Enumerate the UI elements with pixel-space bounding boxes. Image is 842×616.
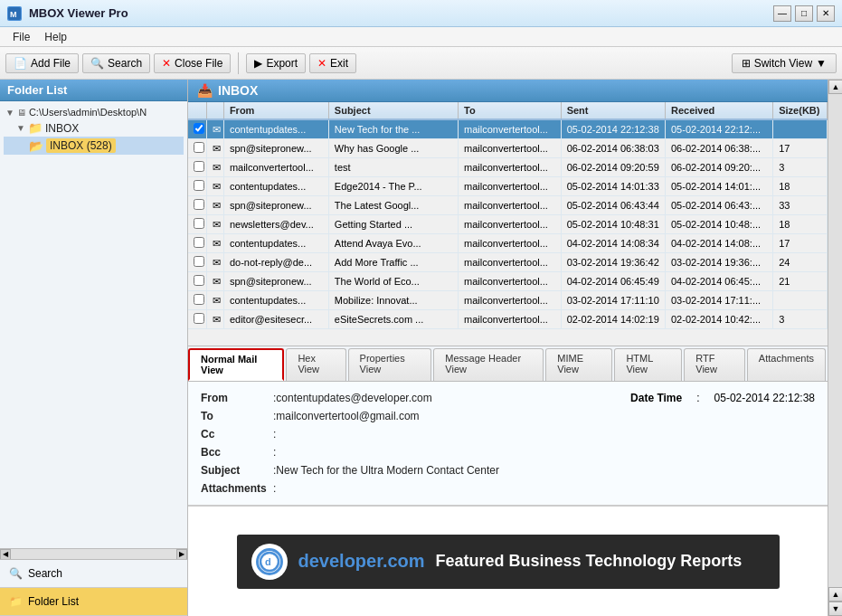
row-checkbox-cell[interactable] <box>188 196 207 215</box>
banner-site-name: developer.com <box>298 551 425 572</box>
row-checkbox-cell[interactable] <box>188 234 207 253</box>
row-subject: Add More Traffic ... <box>328 253 458 272</box>
tab-html-view[interactable]: HTML View <box>614 348 682 381</box>
expand-icon: ▼ <box>5 108 14 118</box>
row-checkbox[interactable] <box>194 142 204 153</box>
minimize-button[interactable]: — <box>773 5 791 22</box>
table-row[interactable]: ✉ spn@sitepronew... The Latest Googl... … <box>188 196 828 215</box>
folder-list-panel-button[interactable]: 📁 Folder List <box>0 588 187 616</box>
row-checkbox-cell[interactable] <box>188 119 207 139</box>
row-sent: 05-02-2014 10:48:31 <box>561 215 665 234</box>
search-button[interactable]: 🔍 Search <box>82 53 150 73</box>
export-label: Export <box>266 57 298 70</box>
tab-hex-view[interactable]: Hex View <box>286 348 345 381</box>
table-row[interactable]: ✉ contentupdates... Mobilize: Innovat...… <box>188 291 828 310</box>
close-button[interactable]: ✕ <box>817 5 835 22</box>
email-table-container[interactable]: From Subject To Sent Received Size(KB) ✉… <box>188 102 828 346</box>
maximize-button[interactable]: □ <box>795 5 813 22</box>
horizontal-scrollbar[interactable]: ◀ ▶ <box>0 548 187 559</box>
row-to: mailconvertertool... <box>459 177 562 196</box>
tab-mime-view[interactable]: MIME View <box>545 348 612 381</box>
row-to: mailconvertertool... <box>459 158 562 177</box>
tab-attachments[interactable]: Attachments <box>747 348 826 381</box>
tree-item-inbox-parent[interactable]: ▼ 📁 INBOX <box>4 119 184 137</box>
mail-header-subject-row: Subject : New Tech for the Ultra Modern … <box>201 461 815 479</box>
col-header-subject[interactable]: Subject <box>328 102 458 119</box>
envelope-icon: ✉ <box>213 124 221 135</box>
row-checkbox[interactable] <box>194 161 204 172</box>
row-checkbox[interactable] <box>194 275 204 286</box>
tree-item-inbox[interactable]: 📂 INBOX (528) <box>4 137 184 155</box>
table-row[interactable]: ✉ contentupdates... Edge2014 - The P... … <box>188 177 828 196</box>
subject-value: New Tech for the Ultra Modern Contact Ce… <box>276 464 499 477</box>
table-row[interactable]: ✉ spn@sitepronew... The World of Eco... … <box>188 272 828 291</box>
row-checkbox[interactable] <box>194 294 204 305</box>
table-row[interactable]: ✉ do-not-reply@de... Add More Traffic ..… <box>188 253 828 272</box>
menu-help[interactable]: Help <box>37 29 74 45</box>
row-checkbox-cell[interactable] <box>188 139 207 158</box>
inbox-icon: 📥 <box>197 83 213 98</box>
col-header-from[interactable]: From <box>223 102 328 119</box>
scroll-down-button[interactable]: ▲ <box>828 587 842 602</box>
table-row[interactable]: ✉ contentupdates... New Tech for the ...… <box>188 119 828 139</box>
tab-rtf-view[interactable]: RTF View <box>684 348 745 381</box>
switch-view-arrow: ▼ <box>816 57 827 70</box>
right-scrollbar[interactable]: ▲ ▲ ▼ <box>828 80 842 616</box>
row-from: mailconvertertool... <box>223 158 328 177</box>
col-header-to[interactable]: To <box>459 102 562 119</box>
scroll-track-vertical[interactable] <box>828 94 842 587</box>
tab-message-header-view[interactable]: Message Header View <box>433 348 544 381</box>
col-header-received[interactable]: Received <box>666 102 773 119</box>
envelope-icon: ✉ <box>213 314 221 325</box>
row-size <box>773 291 828 310</box>
row-from: editor@esitesecr... <box>223 310 328 329</box>
scroll-up-button[interactable]: ▲ <box>828 80 842 94</box>
mail-headers: From : contentupdates@developer.com Date… <box>188 382 828 506</box>
menu-file[interactable]: File <box>5 29 37 45</box>
row-checkbox-cell[interactable] <box>188 253 207 272</box>
row-checkbox-cell[interactable] <box>188 291 207 310</box>
row-checkbox[interactable] <box>194 313 204 324</box>
row-size: 17 <box>773 139 828 158</box>
export-button[interactable]: ▶ Export <box>246 53 306 73</box>
tab-normal-mail-view[interactable]: Normal Mail View <box>188 348 284 381</box>
tab-properties-view[interactable]: Properties View <box>348 348 432 381</box>
row-checkbox-cell[interactable] <box>188 177 207 196</box>
row-checkbox[interactable] <box>194 237 204 248</box>
table-row[interactable]: ✉ contentupdates... Attend Avaya Evo... … <box>188 234 828 253</box>
switch-view-button[interactable]: ⊞ Switch View ▼ <box>732 53 837 73</box>
col-header-sent[interactable]: Sent <box>561 102 665 119</box>
close-file-button[interactable]: ✕ Close File <box>154 53 231 73</box>
row-subject: Getting Started ... <box>328 215 458 234</box>
envelope-icon: ✉ <box>213 219 221 230</box>
row-checkbox[interactable] <box>194 199 204 210</box>
app-icon: M <box>7 6 22 21</box>
scroll-down-button-2[interactable]: ▼ <box>828 602 842 616</box>
row-checkbox[interactable] <box>194 256 204 267</box>
tree-item-drive[interactable]: ▼ 🖥 C:\Users\admin\Desktop\Nisl <box>4 105 184 119</box>
row-checkbox[interactable] <box>194 123 204 134</box>
row-checkbox[interactable] <box>194 218 204 229</box>
table-row[interactable]: ✉ editor@esitesecr... eSiteSecrets.com .… <box>188 310 828 329</box>
table-row[interactable]: ✉ newsletters@dev... Getting Started ...… <box>188 215 828 234</box>
scroll-right-button[interactable]: ▶ <box>176 549 187 560</box>
scroll-track[interactable] <box>11 549 176 559</box>
exit-button[interactable]: ✕ Exit <box>309 53 356 73</box>
row-checkbox-cell[interactable] <box>188 310 207 329</box>
row-subject: test <box>328 158 458 177</box>
search-bottom-label: Search <box>28 567 62 580</box>
close-file-label: Close File <box>175 57 222 70</box>
col-header-size[interactable]: Size(KB) <box>773 102 828 119</box>
table-row[interactable]: ✉ mailconvertertool... test mailconverte… <box>188 158 828 177</box>
row-checkbox[interactable] <box>194 180 204 191</box>
title-bar-left: M MBOX Viewer Pro <box>7 6 128 21</box>
row-checkbox-cell[interactable] <box>188 272 207 291</box>
svg-text:M: M <box>10 10 17 19</box>
add-file-button[interactable]: 📄 Add File <box>5 53 79 73</box>
table-row[interactable]: ✉ spn@sitepronew... Why has Google ... m… <box>188 139 828 158</box>
row-received: 05-02-2014 22:12:... <box>666 119 773 139</box>
row-checkbox-cell[interactable] <box>188 158 207 177</box>
row-checkbox-cell[interactable] <box>188 215 207 234</box>
search-panel-button[interactable]: 🔍 Search <box>0 560 187 588</box>
scroll-left-button[interactable]: ◀ <box>0 549 11 560</box>
